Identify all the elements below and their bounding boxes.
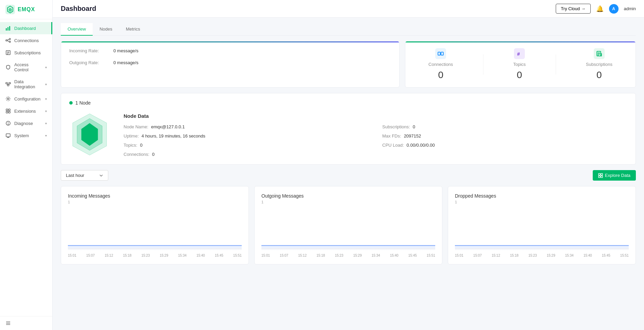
tab-overview[interactable]: Overview xyxy=(61,23,93,36)
sidebar-item-dashboard[interactable]: Dashboard xyxy=(0,22,52,34)
node-status-dot xyxy=(69,101,73,105)
avatar-initial: A xyxy=(612,6,615,11)
svg-rect-45 xyxy=(599,176,600,178)
outgoing-chart-svg xyxy=(261,208,435,252)
sidebar-item-extensions[interactable]: Extensions ▾ xyxy=(0,105,52,117)
page-title: Dashboard xyxy=(61,5,96,13)
svg-rect-1 xyxy=(6,28,7,31)
stat-connections: Connections 0 xyxy=(428,48,453,80)
notification-bell-icon[interactable]: 🔔 xyxy=(596,5,604,13)
explore-data-button[interactable]: Explore Data xyxy=(593,170,636,181)
dropped-x-labels: 15:01 15:07 15:12 15:18 15:23 15:29 15:3… xyxy=(455,254,629,257)
svg-rect-21 xyxy=(6,111,8,113)
system-icon xyxy=(5,133,11,138)
sidebar-item-connections[interactable]: Connections xyxy=(0,34,52,47)
shield-icon xyxy=(5,65,11,70)
tab-nodes[interactable]: Nodes xyxy=(93,23,119,36)
dropped-chart-max: 1 xyxy=(455,200,629,204)
svg-line-8 xyxy=(7,41,9,41)
sidebar-item-subscriptions[interactable]: Subscriptions xyxy=(0,47,52,59)
stats-card: Connections 0 # Topics 0 xyxy=(405,41,636,88)
diagnose-chevron: ▾ xyxy=(45,122,47,125)
sidebar-item-configuration[interactable]: Configuration ▾ xyxy=(0,93,52,105)
max-fds-row: Max FDs: 2097152 xyxy=(382,133,627,139)
logo: EMQX xyxy=(0,0,52,19)
svg-point-18 xyxy=(7,98,9,100)
tab-metrics[interactable]: Metrics xyxy=(119,23,147,36)
sidebar-item-diagnose[interactable]: Diagnose ▾ xyxy=(0,117,52,129)
diagnose-icon xyxy=(5,121,11,126)
time-select[interactable]: Last hour xyxy=(61,170,108,181)
sidebar-extensions-label: Extensions xyxy=(14,109,42,114)
incoming-chart-title: Incoming Messages xyxy=(68,193,242,199)
outgoing-rate-value: 0 message/s xyxy=(113,60,139,65)
connections-stat-value: 0 xyxy=(428,70,453,80)
sidebar-connections-label: Connections xyxy=(14,38,47,43)
svg-rect-44 xyxy=(601,173,603,175)
sidebar-collapse[interactable] xyxy=(0,316,52,330)
node-data-title: Node Data xyxy=(124,113,627,119)
incoming-chart-area xyxy=(68,208,242,252)
svg-rect-33 xyxy=(441,52,443,55)
svg-rect-32 xyxy=(438,52,440,55)
incoming-chart-svg xyxy=(68,208,242,252)
svg-rect-26 xyxy=(6,134,10,137)
main-content: Dashboard Try Cloud → 🔔 A admin Overview xyxy=(53,0,644,330)
try-cloud-label: Try Cloud → xyxy=(561,6,585,11)
sidebar-subscriptions-label: Subscriptions xyxy=(14,50,47,55)
node-topics-label: Topics: xyxy=(124,143,137,148)
svg-text:#: # xyxy=(517,51,520,57)
svg-rect-43 xyxy=(599,173,600,175)
subscriptions-icon xyxy=(5,50,11,55)
sidebar-item-access-control[interactable]: Access Control ▾ xyxy=(0,59,52,76)
connections-icon-square xyxy=(435,48,446,59)
connections-stat-icon xyxy=(438,51,444,57)
uptime-row: Uptime: 4 hours, 19 minutes, 16 seconds xyxy=(124,133,369,139)
admin-label: admin xyxy=(624,6,636,11)
topics-stat-value: 0 xyxy=(513,70,526,80)
stats-divider-1 xyxy=(483,54,483,75)
subscriptions-stat-label: Subscriptions xyxy=(586,62,612,67)
outgoing-chart-title: Outgoing Messages xyxy=(261,193,435,199)
sidebar-data-integration-label: Data Integration xyxy=(14,79,42,89)
stats-grid: Connections 0 # Topics 0 xyxy=(413,48,627,80)
node-visual xyxy=(69,112,110,158)
collapse-icon xyxy=(5,320,11,326)
stat-topics: # Topics 0 xyxy=(513,48,526,80)
svg-rect-2 xyxy=(7,27,8,31)
data-integration-icon xyxy=(5,81,11,87)
sidebar-item-system[interactable]: System ▾ xyxy=(0,129,52,142)
svg-rect-20 xyxy=(8,109,10,111)
cpu-load-label: CPU Load: xyxy=(382,143,404,148)
topics-stat-icon: # xyxy=(516,51,522,57)
max-fds-label: Max FDs: xyxy=(382,133,401,139)
configuration-chevron: ▾ xyxy=(45,97,47,101)
try-cloud-button[interactable]: Try Cloud → xyxy=(556,4,590,14)
node-connections-value: 0 xyxy=(152,152,154,157)
outgoing-messages-chart: Outgoing Messages 1 xyxy=(254,186,442,264)
header-right: Try Cloud → 🔔 A admin xyxy=(556,4,636,14)
connection-icon xyxy=(5,38,11,43)
subscriptions-stat-icon xyxy=(596,51,602,57)
sidebar-configuration-label: Configuration xyxy=(14,96,42,102)
topics-row: Topics: 0 xyxy=(124,143,369,148)
cpu-load-value: 0.00/0.00/0.00 xyxy=(407,143,435,148)
dropped-messages-chart: Dropped Messages 1 xyxy=(448,186,636,264)
subscriptions-stat-value: 0 xyxy=(586,70,612,80)
sidebar-access-control-label: Access Control xyxy=(14,62,42,72)
sidebar-diagnose-label: Diagnose xyxy=(14,121,42,126)
avatar: A xyxy=(609,4,619,14)
svg-rect-14 xyxy=(9,82,11,84)
topics-icon-square: # xyxy=(514,48,525,59)
dropped-chart-area xyxy=(455,208,629,252)
incoming-rate-value: 0 message/s xyxy=(113,48,139,53)
connections-row: Connections: 0 xyxy=(124,152,369,157)
sidebar-item-data-integration[interactable]: Data Integration ▾ xyxy=(0,76,52,93)
incoming-messages-chart: Incoming Messages 1 xyxy=(61,186,249,264)
svg-rect-19 xyxy=(6,109,8,111)
charts-grid: Incoming Messages 1 xyxy=(61,186,636,264)
node-section: 1 Node xyxy=(61,93,636,165)
svg-point-5 xyxy=(9,38,11,40)
content-area: Overview Nodes Metrics Incoming Rate: 0 … xyxy=(53,18,644,270)
outgoing-chart-area xyxy=(261,208,435,252)
